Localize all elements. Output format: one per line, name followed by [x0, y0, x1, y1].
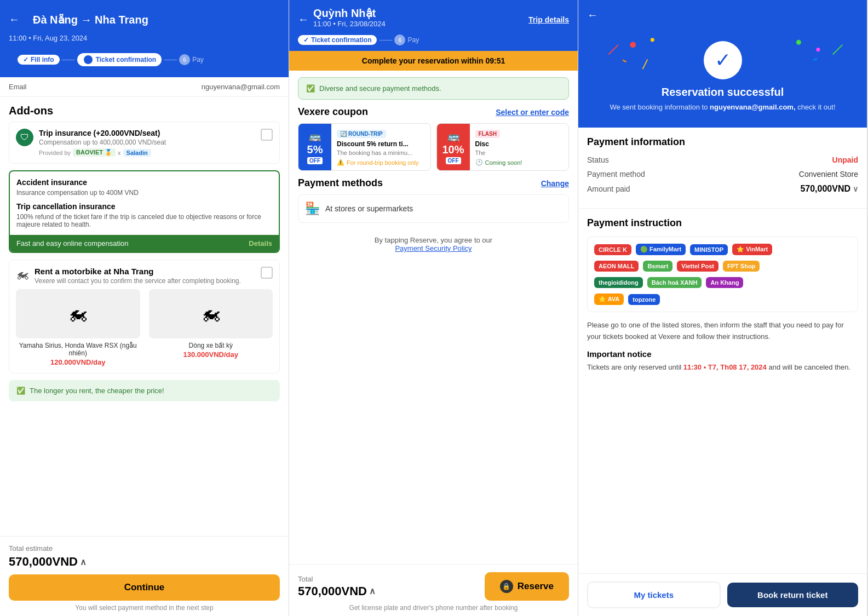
details-link[interactable]: Details: [249, 239, 272, 247]
ava-logo: ⭐ AVA: [594, 293, 624, 305]
agree-text: By tapping Reserve, you agree to our: [375, 236, 492, 244]
amount-chevron-icon[interactable]: ∨: [853, 185, 858, 193]
pm-option[interactable]: 🏪 At stores or supermarkets: [298, 194, 569, 223]
topzone-logo: topzone: [628, 294, 660, 305]
payment-security-link[interactable]: Payment Security Policy: [395, 244, 472, 252]
store-row-2: AEON MALL Bsmart Viettel Post FPT Shop: [594, 261, 851, 272]
status-label: Status: [587, 156, 609, 164]
step2-confirmation: ✓ Ticket confirmation: [298, 35, 377, 45]
check-icon2: ✓: [303, 36, 309, 44]
panel2-datetime: 11:00 • Fri, 23/08/2024: [313, 20, 386, 28]
insurance-title: Trip insurance (+20.000VND/seat): [39, 129, 166, 137]
p2-caret-icon[interactable]: ∧: [369, 586, 376, 596]
back-icon[interactable]: ←: [9, 13, 20, 26]
longer-rent-text: The longer you rent, the cheaper the pri…: [30, 387, 164, 395]
pay-label2: Pay: [407, 36, 419, 44]
trip-cancel-title: Trip cancellation insurance: [16, 202, 272, 211]
steps-bar: ✓ Fill info —— 5 Ticket confirmation —— …: [9, 47, 280, 72]
payment-info-section: Payment information Status Unpaid Paymen…: [578, 128, 867, 209]
bike1-name: Yamaha Sirius, Honda Wave RSX (ngẫu nhiê…: [16, 342, 140, 357]
method-value: Convenient Store: [799, 170, 858, 179]
coupon2-name: Disc: [475, 140, 563, 148]
moto-icon: 🏍: [16, 267, 29, 282]
tgdd-logo: thegioididong: [594, 277, 643, 288]
reserve-agree: By tapping Reserve, you agree to our Pay…: [289, 229, 578, 259]
clock-icon: 🕐: [475, 159, 483, 166]
coupon-card-2[interactable]: 🚌 10% OFF FLASH Disc The 🕐 Coming soon!: [436, 123, 570, 171]
trip-insurance-card: 🛡 Trip insurance (+20.000VND/seat) Compe…: [9, 122, 280, 164]
coupon2-tag: FLASH: [475, 130, 500, 138]
panel2-header: ← Quỳnh Nhật 11:00 • Fri, 23/08/2024 Tri…: [289, 0, 578, 51]
select-code-link[interactable]: Select or enter code: [496, 108, 569, 117]
baoviet-logo: BAOVIET 🥇: [73, 148, 116, 157]
success-sub-prefix: We sent booking information to: [610, 103, 708, 111]
familymart-logo: 🟢 FamilyMart: [636, 244, 686, 255]
viettelpost-logo: Viettel Post: [677, 261, 718, 272]
insurance-sub: Compensation up to 400,000,000 VND/seat: [39, 139, 166, 146]
coupon2-badge: 🚌 10% OFF: [437, 124, 470, 170]
coupon-cards: 🚌 5% OFF 🔄 ROUND-TRIP Discount 5% return…: [298, 123, 569, 171]
panel2-back-left: ← Quỳnh Nhật 11:00 • Fri, 23/08/2024: [298, 7, 386, 32]
trip-cancel-desc: 100% refund of the ticket fare if the tr…: [16, 213, 272, 228]
instruction-text: Please go to one of the listed stores, t…: [587, 320, 858, 343]
panel3-scroll: Payment information Status Unpaid Paymen…: [578, 128, 867, 573]
motorbike-left: 🏍 Rent a motorbike at Nha Trang Vexere w…: [16, 267, 241, 285]
ministop-logo: MINISTOP: [690, 244, 728, 255]
coupon2-info: FLASH Disc The 🕐 Coming soon!: [470, 124, 568, 170]
status-value: Unpaid: [832, 156, 858, 164]
caret-icon[interactable]: ∧: [80, 557, 87, 567]
accident-desc: Insurance compensation up to 400M VND: [16, 189, 272, 197]
bus-icon: 🚌: [309, 130, 321, 142]
insurance-checkbox[interactable]: [261, 129, 273, 141]
trip-details-link[interactable]: Trip details: [528, 15, 569, 24]
reserve-button[interactable]: 🔒 Reserve: [485, 572, 569, 601]
bike1-price: 120.000VND/day: [16, 358, 140, 366]
fpt-logo: FPT Shop: [723, 261, 760, 272]
panel-fill-info: ← Đà Nẵng → Nha Trang 11:00 • Fri, Aug 2…: [0, 0, 289, 616]
step-arrow2: ——: [164, 56, 177, 64]
step-num-confirmation: 5: [83, 54, 94, 65]
important-time: 11:30 • T7, Th08 17, 2024: [683, 363, 767, 371]
return-ticket-button[interactable]: Book return ticket: [727, 583, 859, 607]
coupon2-pct: 10%: [442, 143, 464, 156]
important-notice-text: Tickets are only reserved until 11:30 • …: [587, 362, 858, 373]
important-notice-title: Important notice: [587, 349, 858, 359]
bsmart-logo: Bsmart: [643, 261, 672, 272]
svg-line-7: [833, 45, 843, 55]
footer-note: You will select payment method in the ne…: [9, 604, 280, 612]
svg-point-0: [630, 42, 636, 48]
success-sub: We sent booking information to nguyenvan…: [587, 103, 858, 111]
panel2-back-icon[interactable]: ←: [298, 13, 309, 26]
success-email: nguyenvana@gmail.com,: [710, 103, 795, 111]
coupon1-tag: 🔄 ROUND-TRIP: [337, 130, 386, 138]
change-link[interactable]: Change: [541, 179, 569, 188]
coupon1-info: 🔄 ROUND-TRIP Discount 5% return ti... Th…: [331, 124, 430, 170]
check-icon: ✓: [23, 56, 28, 64]
step-arrow3: ——: [379, 36, 392, 44]
success-sub-suffix: check it out!: [797, 103, 835, 111]
provided-by: Provided by: [39, 149, 71, 156]
accident-insurance-card: Accident insurance Insurance compensatio…: [9, 170, 280, 253]
reserve-lock-icon: 🔒: [500, 580, 513, 593]
pm-header: Payment methods Change: [298, 177, 569, 189]
panel3-back-icon[interactable]: ←: [587, 9, 598, 21]
bike2-item: 🏍 Dòng xe bất kỳ 130.000VND/day: [149, 289, 273, 366]
timer-bar: Complete your reservation within 09:51: [289, 51, 578, 71]
store-logos-grid: CIRCLE K 🟢 FamilyMart MINISTOP ⭐ VinMart…: [587, 237, 858, 312]
route-title: Đà Nẵng → Nha Trang: [24, 7, 157, 32]
continue-button[interactable]: Continue: [9, 574, 280, 601]
motorbike-checkbox[interactable]: [261, 267, 273, 279]
coupon-card-1[interactable]: 🚌 5% OFF 🔄 ROUND-TRIP Discount 5% return…: [298, 123, 431, 171]
amount-number: 570,000VND: [800, 184, 850, 194]
motorbike-header: 🏍 Rent a motorbike at Nha Trang Vexere w…: [16, 267, 273, 285]
store-row-1: CIRCLE K 🟢 FamilyMart MINISTOP ⭐ VinMart: [594, 244, 851, 255]
total-label: Total estimate: [9, 544, 280, 552]
my-tickets-button[interactable]: My tickets: [587, 582, 721, 608]
important-prefix: Tickets are only reserved until: [587, 363, 681, 371]
coupon-title: Vexere coupon: [298, 106, 368, 118]
coupon1-badge: 🚌 5% OFF: [298, 124, 331, 170]
panel2-scroll: ✅ Diverse and secure payment methods. Ve…: [289, 71, 578, 564]
coupon2-off: OFF: [446, 157, 461, 164]
svg-rect-4: [623, 59, 627, 62]
coupon1-off: OFF: [307, 157, 323, 164]
